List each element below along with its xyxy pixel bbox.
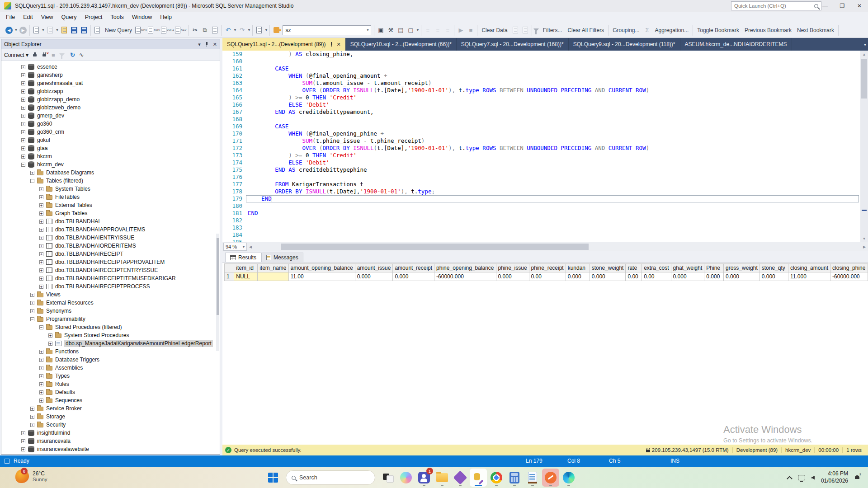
tree-item[interactable]: +Service Broker [30, 404, 82, 413]
tree-item[interactable]: +dbo.sp_ManageJadaiKarigarwiseAmountPhin… [48, 339, 213, 347]
expand-icon[interactable]: + [39, 390, 43, 394]
expand-icon[interactable]: + [39, 228, 43, 232]
grid-cell[interactable]: 0.000 [496, 272, 529, 281]
expand-icon[interactable]: + [39, 236, 43, 240]
expand-icon[interactable]: + [30, 301, 34, 305]
collapse-icon[interactable]: − [39, 325, 43, 329]
copy-results-icon[interactable] [521, 25, 530, 35]
clear-data-button[interactable]: Clear Data [479, 27, 510, 33]
tree-item[interactable]: +Storage [30, 413, 65, 421]
next-bookmark-button[interactable]: Next Bookmark [794, 27, 837, 33]
column-header[interactable]: amount_opening_balance [288, 264, 355, 272]
open-file-icon[interactable] [60, 25, 69, 35]
grid-cell[interactable]: 0.000 [355, 272, 393, 281]
expand-icon[interactable]: + [21, 138, 25, 142]
expand-icon[interactable]: + [39, 211, 43, 216]
column-header[interactable]: Phine [704, 264, 724, 272]
tree-item[interactable]: +ganeshmasala_uat [21, 79, 83, 87]
horizontal-scroll-track[interactable] [254, 243, 861, 251]
tree-item[interactable]: +globizzweb_demo [21, 103, 80, 112]
expand-icon[interactable]: + [39, 366, 43, 370]
column-header[interactable]: ghat_weight [671, 264, 704, 272]
toolbar-search-combobox[interactable]: sz▾ [283, 25, 371, 35]
nav-forward[interactable]: ▶ [19, 25, 28, 35]
editor-tab-5[interactable]: ASEUM.hkcrm_de...NDHAIORDERITEMS [680, 38, 792, 51]
tab-overflow-icon[interactable]: ▾ [864, 38, 866, 51]
redo-icon[interactable]: ↷ [237, 25, 246, 35]
grid-cell[interactable] [258, 272, 288, 281]
save-icon[interactable] [70, 25, 79, 35]
grid-cell[interactable]: 0.000 [704, 272, 724, 281]
dmx-query-icon[interactable]: DMX [148, 25, 160, 35]
grid-cell[interactable]: 0.00 [626, 272, 642, 281]
tree-item[interactable]: +dbo.TBLBANDHAIRECEIPTITEMUSEDKARIGAR [39, 274, 176, 282]
close-button[interactable]: ✕ [851, 0, 868, 12]
panel-menu-icon[interactable]: ▾ [198, 42, 201, 47]
tree-item[interactable]: +insurancevalawebsite [21, 445, 89, 453]
expand-icon[interactable]: + [30, 309, 34, 313]
expand-icon[interactable]: + [39, 374, 43, 378]
outdent-icon[interactable]: ≡ [433, 25, 442, 35]
taskbar-app-ssms[interactable] [470, 469, 487, 487]
grid-cell[interactable]: 11.00 [288, 272, 355, 281]
tree-item[interactable]: −Programmability [30, 315, 85, 323]
expand-icon[interactable]: + [30, 415, 34, 419]
refresh-icon[interactable]: ↻ [70, 52, 75, 58]
grid-cell[interactable]: 0.000 [724, 272, 760, 281]
tree-item[interactable]: +System Stored Procedures [48, 331, 129, 339]
editor-tab-3[interactable]: SQLQuery7.sql - 20...Development (168))* [457, 38, 569, 51]
tree-item[interactable]: +dbo.TBLBANDHAIRECEIPTAPPROVALITEM [39, 258, 165, 266]
tree-item[interactable]: +insightfulmind [21, 429, 70, 437]
taskbar-app-teams[interactable]: 1 [415, 469, 433, 487]
column-header[interactable]: closing_phine [830, 264, 868, 272]
tree-item[interactable]: +gokul [21, 136, 50, 144]
expand-icon[interactable]: + [21, 73, 25, 77]
expand-icon[interactable]: + [30, 407, 34, 411]
dax-query-icon[interactable]: DAX [175, 25, 186, 35]
expand-icon[interactable]: + [21, 106, 25, 110]
tree-item[interactable]: +go360_crm [21, 128, 64, 136]
expand-icon[interactable]: + [21, 439, 25, 443]
tree-scrollbar[interactable] [216, 234, 219, 351]
new-query-button[interactable]: New Query [102, 27, 135, 33]
tree-item[interactable]: +Security [30, 421, 66, 429]
expand-icon[interactable]: + [39, 195, 43, 199]
indent-icon[interactable]: ≡ [423, 25, 432, 35]
menu-file[interactable]: File [2, 13, 19, 22]
tree-item[interactable]: +External Tables [39, 201, 92, 209]
tree-item[interactable]: +dbo.TBLBANDHAIENTRYISSUE [39, 234, 134, 242]
tab-results[interactable]: Results [225, 253, 261, 262]
tree-item[interactable]: +Sequences [39, 396, 82, 404]
tree-item[interactable]: +Functions [39, 347, 79, 356]
tree-item[interactable]: +Assemblies [39, 364, 83, 372]
expand-icon[interactable]: + [21, 89, 25, 94]
expand-icon[interactable]: + [39, 244, 43, 248]
tree-item[interactable]: −Stored Procedures (filtered) [39, 323, 122, 331]
dropdown-arrow-icon[interactable]: ▼ [41, 25, 45, 35]
notification-bell-icon[interactable] [854, 475, 860, 480]
scroll-left-icon[interactable]: ◀ [247, 245, 254, 249]
copy-icon[interactable]: ⧉ [200, 25, 209, 35]
taskbar-app-calculator[interactable] [506, 469, 523, 487]
connect-icon[interactable] [33, 52, 38, 58]
close-icon[interactable]: ✕ [337, 42, 341, 47]
expand-icon[interactable]: + [39, 277, 43, 281]
column-header[interactable]: amount_receipt [393, 264, 434, 272]
cut-icon[interactable]: ✂ [190, 25, 199, 35]
scroll-right-icon[interactable]: ▶ [861, 245, 868, 249]
dropdown-arrow-icon[interactable]: ▼ [14, 25, 18, 35]
collapse-icon[interactable]: − [21, 163, 25, 167]
taskbar-app-file-explorer[interactable] [434, 469, 451, 487]
tree-item[interactable]: +Database Diagrams [30, 169, 94, 177]
aggregation-button[interactable]: Aggregation... [652, 27, 692, 33]
weather-widget[interactable]: 8 26°C Sunny [15, 469, 47, 483]
grid-cell[interactable]: 11.000 [788, 272, 830, 281]
dropdown-arrow-icon[interactable]: ▼ [264, 25, 268, 35]
taskbar-clock[interactable]: 4:06 PM 01/06/2026 [821, 470, 848, 484]
wrench-icon[interactable]: ⚒ [386, 25, 395, 35]
tree-item[interactable]: +dbo.TBLBANDHAIAPPROVALITEMS [39, 225, 145, 234]
tree-item[interactable]: +hkcrm [21, 152, 52, 160]
column-header[interactable]: extra_cost [642, 264, 671, 272]
horizontal-scroll-thumb[interactable] [281, 244, 589, 250]
column-header[interactable]: kundan [566, 264, 590, 272]
